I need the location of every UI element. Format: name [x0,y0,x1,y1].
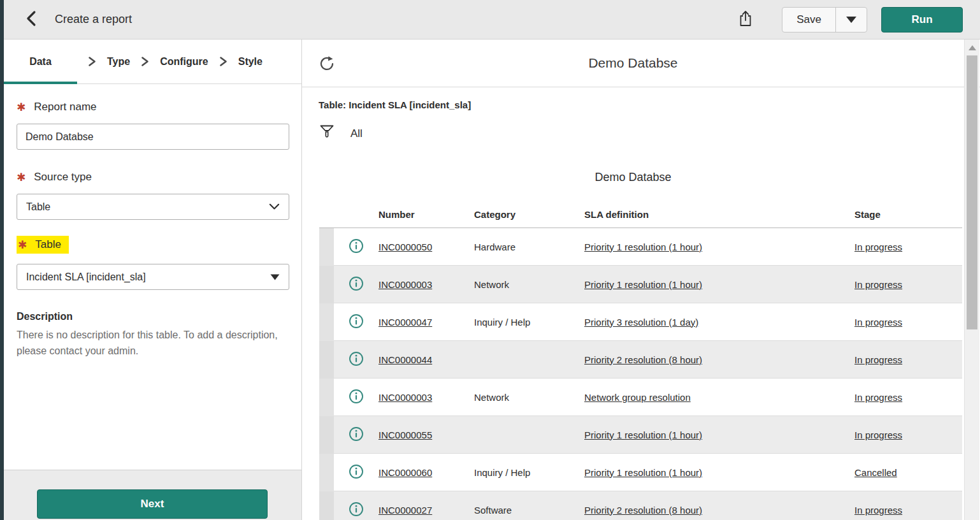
filter-condition-label: All [350,127,363,140]
share-icon [738,10,753,30]
scrollbar-up-arrow-icon[interactable] [969,45,976,50]
info-icon [349,464,364,482]
row-strip [319,379,334,416]
info-icon [349,276,364,294]
description-text: There is no description for this table. … [17,327,292,359]
row-number-link[interactable]: INC0000003 [378,279,432,290]
tab-configure[interactable]: Configure [160,56,208,68]
window-edge-strip [0,0,4,520]
row-info-button[interactable] [334,502,378,519]
source-type-label: ✱ Source type [17,171,289,184]
run-label: Run [911,13,932,26]
preview-toolbar: Demo Databse [302,40,980,87]
info-icon [349,389,364,407]
row-strip [319,341,334,379]
chevron-right-icon [88,56,96,67]
column-header-category: Category [474,209,584,220]
required-icon: ✱ [18,240,27,250]
table-label-text: Table [35,238,61,251]
save-menu-button[interactable] [836,8,867,32]
back-button[interactable] [23,11,40,28]
row-stage-link[interactable]: Cancelled [854,467,897,478]
row-number-link[interactable]: INC0000003 [378,392,432,403]
row-stage-link[interactable]: In progress [854,242,902,252]
preview-title: Demo Databse [302,55,964,71]
description-heading: Description [17,311,289,322]
row-info-button[interactable] [334,464,378,482]
row-info-button[interactable] [334,426,378,444]
table-row: INC0000044 Priority 2 resolution (8 hour… [319,341,962,379]
report-name-label: ✱ Report name [17,101,289,113]
tab-data[interactable]: Data [4,56,77,68]
row-info-button[interactable] [334,314,378,331]
row-info-button[interactable] [334,351,378,369]
tab-type[interactable]: Type [107,56,130,68]
chevron-right-icon [141,56,149,67]
info-icon [349,426,364,444]
run-button[interactable]: Run [881,7,963,32]
report-name-label-text: Report name [34,101,96,113]
row-info-button[interactable] [334,238,378,256]
row-stage-link[interactable]: In progress [854,505,902,516]
row-stage-link[interactable]: In progress [854,317,902,328]
row-stage-link[interactable]: In progress [854,279,902,290]
triangle-down-icon [270,271,280,283]
row-sla-link[interactable]: Priority 1 resolution (1 hour) [584,279,702,290]
source-type-select[interactable]: Table [17,194,289,220]
column-header-stage: Stage [854,209,962,220]
row-sla-link[interactable]: Network group resolution [584,392,691,403]
row-stage-link[interactable]: In progress [854,430,902,440]
caret-down-icon [846,17,856,23]
row-sla-link[interactable]: Priority 2 resolution (8 hour) [584,505,702,516]
required-icon: ✱ [17,102,25,113]
sidebar-footer: Next [4,470,301,520]
filter-button[interactable]: All [319,125,980,143]
chevron-down-icon [269,201,280,213]
save-label: Save [796,13,821,26]
share-button[interactable] [736,10,755,29]
row-stage-link[interactable]: In progress [854,392,902,403]
info-icon [349,351,364,369]
row-stage-link[interactable]: In progress [854,354,902,365]
tab-style[interactable]: Style [238,56,263,68]
table-row: INC0000003 Network Network group resolut… [319,379,962,416]
report-name-input[interactable] [17,124,289,150]
row-category: Hardware [474,242,515,252]
vertical-scrollbar[interactable] [964,40,979,520]
row-sla-link[interactable]: Priority 1 resolution (1 hour) [584,242,702,252]
row-sla-link[interactable]: Priority 1 resolution (1 hour) [584,467,702,478]
save-button[interactable]: Save [782,8,835,32]
row-number-link[interactable]: INC0000044 [378,354,432,365]
back-chevron-icon [24,10,38,29]
row-number-link[interactable]: INC0000050 [378,242,432,252]
row-category: Network [474,279,509,290]
row-info-button[interactable] [334,276,378,294]
report-grid-title: Demo Databse [302,171,980,185]
table-select[interactable]: Incident SLA [incident_sla] [17,264,289,290]
report-form: ✱ Report name ✱ Source type Table ✱ [4,101,301,359]
row-sla-link[interactable]: Priority 2 resolution (8 hour) [584,354,702,365]
row-number-link[interactable]: INC0000060 [378,467,432,478]
chevron-right-icon [219,56,227,67]
table-row: INC0000003 Network Priority 1 resolution… [319,266,962,303]
table-label-highlight: ✱ Table [17,236,69,254]
row-info-button[interactable] [334,389,378,407]
row-category: Inquiry / Help [474,317,530,328]
wizard-steps: Data Type Configure Style [4,40,301,84]
row-strip [319,454,334,491]
scrollbar-thumb[interactable] [967,55,977,329]
row-strip [319,266,334,303]
row-number-link[interactable]: INC0000047 [378,317,432,328]
filter-funnel-icon [319,124,335,145]
create-report-page: Create a report Save Run [0,0,980,520]
row-strip [319,491,334,520]
row-number-link[interactable]: INC0000055 [378,430,432,440]
row-number-link[interactable]: INC0000027 [378,505,432,516]
next-button[interactable]: Next [37,489,268,519]
report-settings-panel: Data Type Configure Style ✱ Report n [4,40,302,520]
row-sla-link[interactable]: Priority 3 resolution (1 day) [584,317,698,328]
row-sla-link[interactable]: Priority 1 resolution (1 hour) [584,430,702,440]
info-icon [349,314,364,331]
required-icon: ✱ [17,172,25,183]
table-header-row: Number Category SLA definition Stage [319,199,962,228]
